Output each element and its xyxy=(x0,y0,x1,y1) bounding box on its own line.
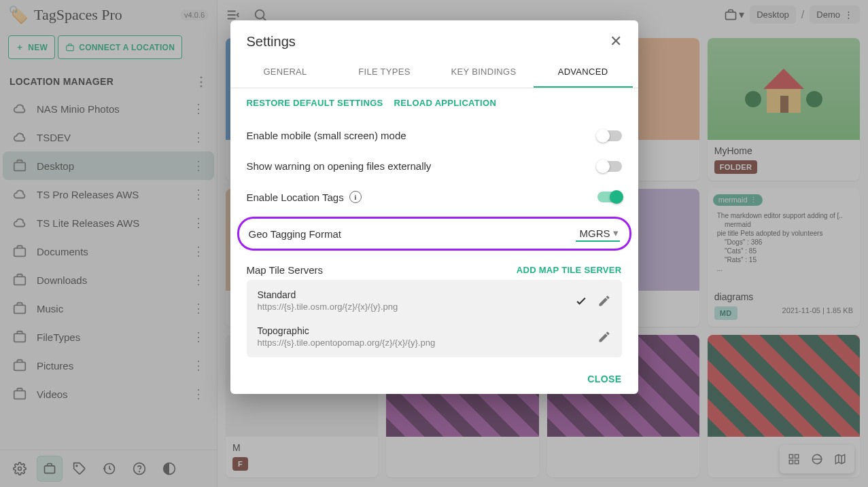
setting-mobile-mode: Enable mobile (small screen) mode xyxy=(247,120,622,151)
setting-location-tags: Enable Location Tags i xyxy=(247,181,622,213)
setting-label: Enable Location Tags i xyxy=(247,191,597,203)
modal-overlay: Settings ✕ GENERALFILE TYPESKEY BINDINGS… xyxy=(0,0,868,487)
map-servers-heading-row: Map Tile Servers ADD MAP TILE SERVER xyxy=(247,255,622,280)
close-icon[interactable]: ✕ xyxy=(610,33,622,50)
setting-geo-format-highlighted: Geo Tagging Format MGRS ▾ xyxy=(237,217,631,251)
map-server-item: Topographichttps://{s}.tile.opentopomap.… xyxy=(247,319,622,355)
setting-label: Geo Tagging Format xyxy=(249,228,576,240)
server-url: https://{s}.tile.osm.org/{z}/{x}/{y}.png xyxy=(258,302,568,312)
info-icon[interactable]: i xyxy=(349,191,362,203)
external-warn-toggle[interactable] xyxy=(597,161,622,172)
add-map-tile-server-button[interactable]: ADD MAP TILE SERVER xyxy=(517,265,622,275)
setting-label: Enable mobile (small screen) mode xyxy=(247,130,597,141)
modal-body: RESTORE DEFAULT SETTINGS RELOAD APPLICAT… xyxy=(230,88,638,367)
check-icon xyxy=(574,294,588,308)
tab-file-types[interactable]: FILE TYPES xyxy=(335,57,434,88)
server-name: Topographic xyxy=(258,325,591,336)
settings-modal: Settings ✕ GENERALFILE TYPESKEY BINDINGS… xyxy=(230,20,638,394)
modal-footer: CLOSE xyxy=(230,367,638,394)
map-server-list: Standardhttps://{s}.tile.osm.org/{z}/{x}… xyxy=(247,280,622,357)
modal-header: Settings ✕ xyxy=(230,20,638,57)
tab-key-bindings[interactable]: KEY BINDINGS xyxy=(434,57,534,88)
map-server-item: Standardhttps://{s}.tile.osm.org/{z}/{x}… xyxy=(247,283,622,319)
tab-general[interactable]: GENERAL xyxy=(236,57,335,88)
tab-advanced[interactable]: ADVANCED xyxy=(534,57,633,88)
setting-label: Show warning on opening files externally xyxy=(247,160,597,172)
edit-icon[interactable] xyxy=(597,330,611,344)
geo-format-value: MGRS xyxy=(580,228,610,239)
settings-tabs: GENERALFILE TYPESKEY BINDINGSADVANCED xyxy=(230,57,638,88)
close-button[interactable]: CLOSE xyxy=(587,374,621,384)
location-tags-toggle[interactable] xyxy=(597,192,622,202)
server-name: Standard xyxy=(258,289,568,300)
geo-format-select[interactable]: MGRS ▾ xyxy=(576,226,620,242)
setting-external-warn: Show warning on opening files externally xyxy=(247,151,622,181)
restore-defaults-button[interactable]: RESTORE DEFAULT SETTINGS xyxy=(247,98,383,108)
modal-title: Settings xyxy=(247,34,610,50)
mobile-mode-toggle[interactable] xyxy=(597,130,622,141)
map-servers-heading: Map Tile Servers xyxy=(247,264,517,276)
chevron-down-icon: ▾ xyxy=(613,227,619,239)
edit-icon[interactable] xyxy=(597,294,611,308)
reload-app-button[interactable]: RELOAD APPLICATION xyxy=(394,98,497,108)
server-url: https://{s}.tile.opentopomap.org/{z}/{x}… xyxy=(258,338,591,348)
